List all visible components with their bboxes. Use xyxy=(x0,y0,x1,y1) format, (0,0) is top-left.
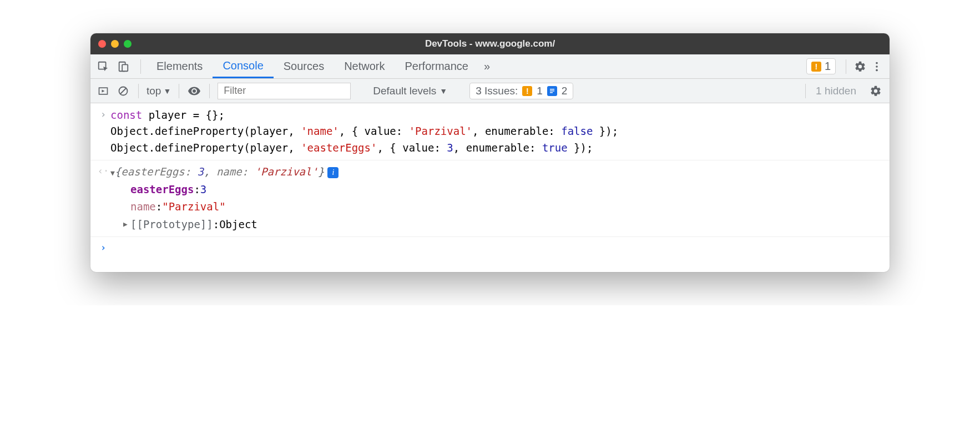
zoom-window-button[interactable] xyxy=(124,40,132,48)
context-selector[interactable]: top ▼ xyxy=(147,85,171,97)
issues-info-count: 2 xyxy=(562,85,568,97)
svg-point-5 xyxy=(876,69,878,71)
context-label: top xyxy=(147,85,161,97)
svg-rect-12 xyxy=(550,92,553,93)
settings-icon[interactable] xyxy=(852,61,868,73)
issues-warn-count: 1 xyxy=(537,85,543,97)
titlebar: DevTools - www.google.com/ xyxy=(90,33,890,54)
chevron-down-icon: ▼ xyxy=(163,87,171,95)
input-prompt-icon: › xyxy=(96,240,110,255)
minimize-window-button[interactable] xyxy=(111,40,119,48)
disclosure-triangle-icon[interactable]: ▼ xyxy=(110,169,115,177)
separator xyxy=(846,59,846,74)
object-property[interactable]: easterEggs: 3 xyxy=(120,181,890,198)
info-icon xyxy=(547,86,557,96)
live-expression-icon[interactable] xyxy=(187,84,201,98)
tabs-overflow-button[interactable]: » xyxy=(478,54,496,78)
info-badge-icon[interactable]: i xyxy=(327,167,339,178)
object-preview[interactable]: ▼{easterEggs: 3, name: 'Parzival'}i xyxy=(110,164,883,180)
tab-sources[interactable]: Sources xyxy=(274,54,334,78)
svg-rect-11 xyxy=(550,90,554,92)
output-marker-icon: ‹· xyxy=(96,164,110,180)
warning-icon: ! xyxy=(811,62,821,72)
console-input-row: › const player = {}; Object.defineProper… xyxy=(90,107,890,157)
svg-point-3 xyxy=(876,62,878,64)
separator xyxy=(140,59,141,74)
svg-rect-2 xyxy=(122,64,128,71)
object-property[interactable]: name: "Parzival" xyxy=(120,198,890,215)
filter-input[interactable] xyxy=(218,83,351,99)
console-prompt-row[interactable]: › xyxy=(90,236,890,255)
device-toolbar-icon[interactable] xyxy=(115,58,132,75)
console-code[interactable]: const player = {}; Object.defineProperty… xyxy=(110,107,883,156)
issues-badge-count: 1 xyxy=(825,60,831,73)
warning-icon: ! xyxy=(522,86,532,96)
panel-tabbar: Elements Console Sources Network Perform… xyxy=(90,54,890,79)
devtools-window: DevTools - www.google.com/ Elements Cons… xyxy=(90,33,890,272)
tab-performance[interactable]: Performance xyxy=(395,54,479,78)
console-settings-icon[interactable] xyxy=(867,85,884,97)
issues-badge[interactable]: ! 1 xyxy=(806,58,836,74)
chevron-down-icon: ▼ xyxy=(440,87,447,95)
separator xyxy=(805,84,806,98)
issues-summary[interactable]: 3 Issues: ! 1 2 xyxy=(469,83,573,99)
object-tree: easterEggs: 3 name: "Parzival" ▶ [[Proto… xyxy=(90,181,890,233)
levels-label: Default levels xyxy=(373,85,436,97)
clear-console-icon[interactable] xyxy=(116,84,130,98)
log-levels-selector[interactable]: Default levels ▼ xyxy=(373,85,447,97)
console-result-row: ‹· ▼{easterEggs: 3, name: 'Parzival'}i xyxy=(90,160,890,180)
console-toolbar: top ▼ Default levels ▼ 3 Issues: ! 1 2 1… xyxy=(90,79,890,103)
toggle-sidebar-icon[interactable] xyxy=(96,84,110,98)
separator xyxy=(138,84,139,98)
svg-line-9 xyxy=(120,88,126,94)
issues-label: 3 Issues: xyxy=(476,85,518,97)
close-window-button[interactable] xyxy=(98,40,106,48)
hidden-messages-label[interactable]: 1 hidden xyxy=(816,85,856,97)
svg-point-4 xyxy=(876,66,878,68)
console-body: › const player = {}; Object.defineProper… xyxy=(90,103,890,272)
disclosure-triangle-icon[interactable]: ▶ xyxy=(120,219,130,230)
window-title: DevTools - www.google.com/ xyxy=(90,38,890,49)
window-controls xyxy=(98,40,132,48)
tab-console[interactable]: Console xyxy=(213,54,273,78)
more-menu-icon[interactable] xyxy=(868,61,885,73)
tab-elements[interactable]: Elements xyxy=(147,54,213,78)
separator xyxy=(209,84,210,98)
tab-network[interactable]: Network xyxy=(334,54,395,78)
svg-marker-7 xyxy=(102,89,105,92)
inspect-element-icon[interactable] xyxy=(95,58,112,75)
input-prompt-icon: › xyxy=(96,107,110,156)
separator xyxy=(179,84,179,98)
console-input[interactable] xyxy=(110,240,883,255)
object-prototype[interactable]: ▶ [[Prototype]]: Object xyxy=(120,216,890,233)
svg-rect-10 xyxy=(550,89,554,90)
